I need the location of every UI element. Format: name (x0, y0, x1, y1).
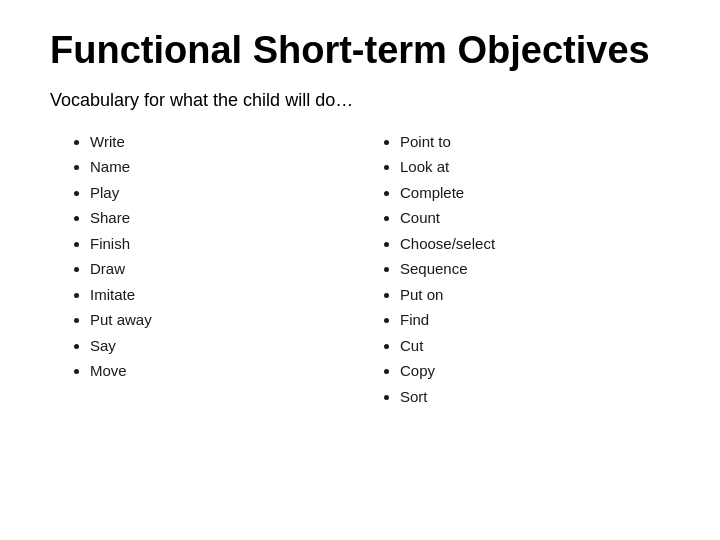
page-title: Functional Short-term Objectives (50, 30, 670, 72)
list-item: Find (400, 307, 670, 333)
list-item: Sort (400, 384, 670, 410)
list-item: Move (90, 358, 360, 384)
list-item: Share (90, 205, 360, 231)
list-item: Complete (400, 180, 670, 206)
list-item: Point to (400, 129, 670, 155)
column-left: WriteNamePlayShareFinishDrawImitatePut a… (50, 129, 360, 410)
column-right: Point toLook atCompleteCountChoose/selec… (360, 129, 670, 410)
list-item: Look at (400, 154, 670, 180)
list-item: Put on (400, 282, 670, 308)
list-item: Choose/select (400, 231, 670, 257)
list-item: Count (400, 205, 670, 231)
left-list: WriteNamePlayShareFinishDrawImitatePut a… (70, 129, 360, 384)
list-item: Sequence (400, 256, 670, 282)
subtitle: Vocabulary for what the child will do… (50, 90, 670, 111)
list-item: Copy (400, 358, 670, 384)
list-item: Say (90, 333, 360, 359)
right-list: Point toLook atCompleteCountChoose/selec… (380, 129, 670, 410)
list-item: Name (90, 154, 360, 180)
list-item: Draw (90, 256, 360, 282)
list-item: Write (90, 129, 360, 155)
list-item: Imitate (90, 282, 360, 308)
columns-container: WriteNamePlayShareFinishDrawImitatePut a… (50, 129, 670, 410)
page: Functional Short-term Objectives Vocabul… (0, 0, 720, 540)
list-item: Cut (400, 333, 670, 359)
list-item: Finish (90, 231, 360, 257)
list-item: Play (90, 180, 360, 206)
list-item: Put away (90, 307, 360, 333)
